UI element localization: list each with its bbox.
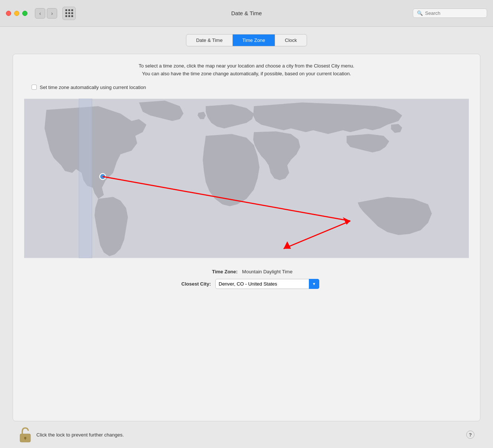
forward-button[interactable]: › xyxy=(47,8,57,19)
search-input[interactable] xyxy=(425,10,483,16)
grid-button[interactable] xyxy=(62,7,76,20)
lock-text: Click the lock to prevent further change… xyxy=(36,432,124,438)
svg-rect-1 xyxy=(79,99,92,258)
svg-rect-9 xyxy=(25,438,26,440)
zone-label: Time Zone: xyxy=(200,269,238,274)
city-label: Closest City: xyxy=(174,281,211,287)
world-map[interactable] xyxy=(24,97,469,260)
timezone-city-row: Closest City: Denver, CO - United States xyxy=(174,279,319,289)
bottom-bar: Click the lock to prevent further change… xyxy=(11,421,482,448)
auto-timezone-label: Set time zone automatically using curren… xyxy=(40,85,146,90)
window-title: Date & Time xyxy=(231,10,262,16)
search-box[interactable]: 🔍 xyxy=(413,9,487,18)
close-button[interactable] xyxy=(6,11,11,16)
city-select-wrapper: Denver, CO - United States xyxy=(215,279,319,289)
grid-icon xyxy=(65,9,73,17)
back-button[interactable]: ‹ xyxy=(35,8,45,19)
help-button[interactable]: ? xyxy=(466,431,474,439)
tab-date-time[interactable]: Date & Time xyxy=(186,34,233,46)
tab-bar: Date & Time Time Zone Clock xyxy=(186,34,307,46)
auto-timezone-row: Set time zone automatically using curren… xyxy=(32,85,469,90)
city-select[interactable]: Denver, CO - United States xyxy=(215,279,319,289)
map-container[interactable] xyxy=(24,97,469,260)
zone-value: Mountain Daylight Time xyxy=(242,269,293,274)
maximize-button[interactable] xyxy=(22,11,27,16)
description: To select a time zone, click the map nea… xyxy=(24,62,469,78)
lock-section: Click the lock to prevent further change… xyxy=(19,426,124,443)
lock-icon[interactable] xyxy=(19,426,32,443)
search-icon: 🔍 xyxy=(417,10,423,16)
auto-timezone-checkbox[interactable] xyxy=(32,85,37,90)
titlebar: ‹ › Date & Time 🔍 xyxy=(0,0,493,27)
main-content: Date & Time Time Zone Clock To select a … xyxy=(0,27,493,448)
tab-clock[interactable]: Clock xyxy=(275,34,307,46)
nav-buttons: ‹ › xyxy=(35,8,57,19)
minimize-button[interactable] xyxy=(14,11,19,16)
traffic-lights xyxy=(6,11,27,16)
timezone-zone-row: Time Zone: Mountain Daylight Time xyxy=(200,269,293,274)
tab-time-zone[interactable]: Time Zone xyxy=(233,34,275,46)
timezone-info: Time Zone: Mountain Daylight Time Closes… xyxy=(24,269,469,289)
panel: To select a time zone, click the map nea… xyxy=(13,54,480,421)
